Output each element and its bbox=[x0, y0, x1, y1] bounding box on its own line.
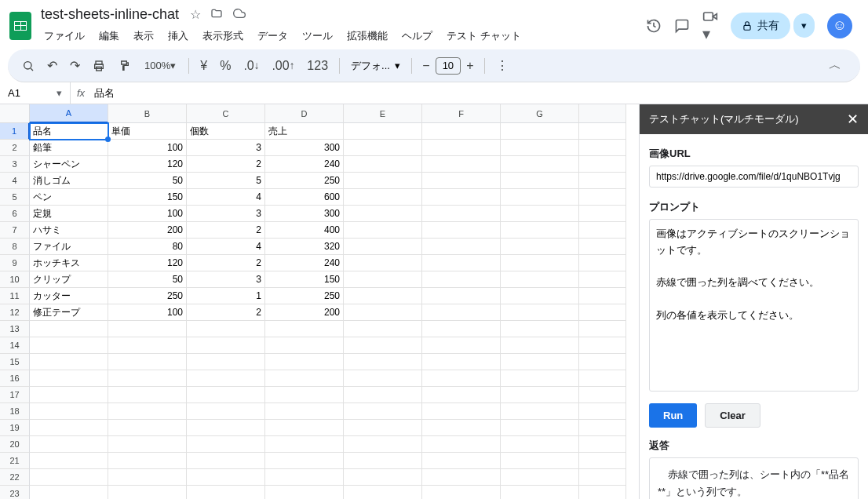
star-icon[interactable]: ☆ bbox=[190, 7, 201, 22]
cell[interactable] bbox=[30, 486, 108, 499]
column-header[interactable]: F bbox=[422, 104, 501, 123]
cell[interactable] bbox=[422, 271, 501, 288]
cell[interactable] bbox=[501, 140, 579, 156]
cloud-status-icon[interactable] bbox=[232, 7, 246, 22]
cell[interactable]: 鉛筆 bbox=[30, 140, 108, 156]
cell[interactable]: ハサミ bbox=[30, 222, 108, 239]
cell[interactable] bbox=[344, 370, 422, 387]
search-icon[interactable] bbox=[17, 56, 39, 75]
cell[interactable]: 200 bbox=[265, 304, 344, 321]
cell[interactable]: 250 bbox=[265, 288, 344, 304]
cell[interactable] bbox=[344, 403, 422, 420]
cell[interactable]: 200 bbox=[108, 222, 187, 239]
cell[interactable] bbox=[187, 420, 265, 436]
row-header[interactable]: 9 bbox=[0, 255, 30, 271]
cell[interactable] bbox=[344, 173, 422, 189]
row-header[interactable]: 16 bbox=[0, 370, 30, 387]
cell[interactable]: 120 bbox=[108, 255, 187, 271]
cell[interactable]: 50 bbox=[108, 173, 187, 189]
cell[interactable] bbox=[344, 288, 422, 304]
sheets-logo[interactable] bbox=[9, 12, 31, 40]
cell[interactable]: 300 bbox=[265, 140, 344, 156]
cell[interactable] bbox=[344, 140, 422, 156]
cell[interactable] bbox=[422, 288, 501, 304]
cell[interactable] bbox=[501, 288, 579, 304]
cell[interactable] bbox=[187, 486, 265, 499]
cell[interactable] bbox=[187, 453, 265, 469]
cell[interactable] bbox=[501, 123, 579, 140]
cell[interactable] bbox=[422, 239, 501, 255]
cell[interactable] bbox=[108, 469, 187, 486]
cell[interactable] bbox=[265, 420, 344, 436]
account-avatar[interactable]: ☺ bbox=[827, 13, 852, 38]
cell[interactable] bbox=[30, 403, 108, 420]
row-header[interactable]: 2 bbox=[0, 140, 30, 156]
cell[interactable]: シャーペン bbox=[30, 156, 108, 173]
row-header[interactable]: 15 bbox=[0, 354, 30, 370]
cell[interactable] bbox=[187, 387, 265, 403]
cell[interactable]: クリップ bbox=[30, 271, 108, 288]
cell[interactable]: 定規 bbox=[30, 206, 108, 222]
cell[interactable] bbox=[344, 189, 422, 206]
cell[interactable]: 80 bbox=[108, 239, 187, 255]
cell[interactable] bbox=[265, 337, 344, 354]
cell[interactable]: ファイル bbox=[30, 239, 108, 255]
cell[interactable] bbox=[108, 354, 187, 370]
formula-input[interactable]: 品名 bbox=[91, 86, 118, 100]
spreadsheet-grid[interactable]: ABCDEFG1品名単価個数売上2鉛筆10033003シャーペン12022404… bbox=[0, 104, 639, 499]
cell[interactable] bbox=[187, 370, 265, 387]
cell[interactable]: 100 bbox=[108, 206, 187, 222]
cell[interactable] bbox=[187, 436, 265, 453]
row-header[interactable]: 14 bbox=[0, 337, 30, 354]
paint-format-button[interactable] bbox=[113, 56, 135, 75]
cell[interactable] bbox=[187, 354, 265, 370]
history-icon[interactable] bbox=[646, 18, 662, 34]
more-tools-button[interactable]: ⋮ bbox=[491, 55, 513, 76]
cell[interactable] bbox=[108, 486, 187, 499]
cell[interactable] bbox=[501, 321, 579, 337]
cell[interactable] bbox=[422, 370, 501, 387]
cell[interactable] bbox=[344, 255, 422, 271]
cell[interactable]: 120 bbox=[108, 156, 187, 173]
cell[interactable]: 320 bbox=[265, 239, 344, 255]
cell[interactable]: 4 bbox=[187, 239, 265, 255]
menu-item[interactable]: ファイル bbox=[38, 26, 91, 46]
cell[interactable] bbox=[108, 403, 187, 420]
column-header[interactable]: A bbox=[30, 104, 108, 123]
cell[interactable] bbox=[501, 222, 579, 239]
cell[interactable] bbox=[30, 420, 108, 436]
cell[interactable] bbox=[422, 140, 501, 156]
cell[interactable] bbox=[422, 420, 501, 436]
cell[interactable]: 単価 bbox=[108, 123, 187, 140]
cell[interactable] bbox=[501, 469, 579, 486]
menu-item[interactable]: 表示 bbox=[127, 26, 160, 46]
column-header[interactable]: D bbox=[265, 104, 344, 123]
cell[interactable] bbox=[344, 156, 422, 173]
menu-item[interactable]: 編集 bbox=[93, 26, 126, 46]
cell[interactable] bbox=[265, 321, 344, 337]
cell[interactable] bbox=[30, 370, 108, 387]
cell[interactable]: 2 bbox=[187, 304, 265, 321]
print-button[interactable] bbox=[88, 56, 110, 75]
cell[interactable] bbox=[344, 239, 422, 255]
cell[interactable] bbox=[422, 255, 501, 271]
cell[interactable] bbox=[265, 387, 344, 403]
cell[interactable] bbox=[501, 189, 579, 206]
cell[interactable] bbox=[501, 206, 579, 222]
cell[interactable] bbox=[344, 387, 422, 403]
column-header[interactable]: C bbox=[187, 104, 265, 123]
cell[interactable] bbox=[422, 436, 501, 453]
cell[interactable] bbox=[344, 222, 422, 239]
cell[interactable] bbox=[344, 271, 422, 288]
cell[interactable] bbox=[187, 469, 265, 486]
cell[interactable]: 修正テープ bbox=[30, 304, 108, 321]
decrease-decimal-button[interactable]: .0↓ bbox=[239, 56, 264, 76]
cell[interactable]: 50 bbox=[108, 271, 187, 288]
column-header[interactable]: E bbox=[344, 104, 422, 123]
increase-decimal-button[interactable]: .00↑ bbox=[267, 56, 299, 76]
share-dropdown[interactable]: ▾ bbox=[793, 13, 815, 38]
cell[interactable] bbox=[501, 173, 579, 189]
cell[interactable]: 4 bbox=[187, 189, 265, 206]
cell[interactable] bbox=[501, 156, 579, 173]
image-url-input[interactable] bbox=[649, 166, 859, 188]
